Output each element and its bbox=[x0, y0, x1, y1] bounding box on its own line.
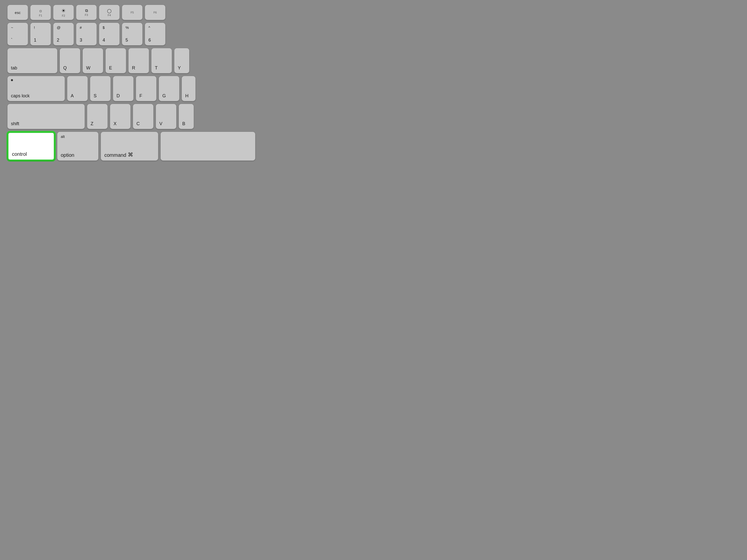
key-r-label: R bbox=[132, 65, 135, 71]
key-shift-label: shift bbox=[11, 121, 19, 127]
key-b[interactable]: B bbox=[179, 104, 194, 129]
key-g[interactable]: G bbox=[159, 76, 179, 101]
key-y[interactable]: Y bbox=[174, 48, 189, 73]
key-f6[interactable]: F6 bbox=[145, 5, 165, 20]
key-f2-label: F2 bbox=[62, 14, 65, 17]
key-a[interactable]: A bbox=[67, 76, 88, 101]
key-2-top: @ bbox=[57, 25, 60, 30]
brightness-up-icon: ☀ bbox=[61, 8, 66, 14]
key-5[interactable]: % 5 bbox=[122, 23, 143, 45]
key-e-label: E bbox=[109, 65, 112, 71]
key-f1[interactable]: ☼ F1 bbox=[30, 5, 51, 20]
key-command[interactable]: command ⌘ bbox=[101, 132, 158, 161]
key-3[interactable]: # 3 bbox=[76, 23, 97, 45]
key-capslock-label: caps lock bbox=[11, 93, 30, 99]
search-icon: ◯ bbox=[107, 8, 111, 13]
key-option-label: option bbox=[61, 152, 74, 158]
key-f4[interactable]: ◯ F4 bbox=[99, 5, 120, 20]
key-g-label: G bbox=[162, 93, 166, 99]
key-backtick-label: ` bbox=[11, 37, 12, 43]
key-f4-label: F4 bbox=[108, 14, 111, 17]
key-x[interactable]: X bbox=[110, 104, 130, 129]
key-5-label: 5 bbox=[126, 37, 128, 43]
qwerty-row: tab Q W E R T Y bbox=[7, 48, 309, 73]
key-f[interactable]: F bbox=[136, 76, 156, 101]
keyboard: esc ☼ F1 ☀ F2 ⧉ F3 ◯ F4 F5 F6 ~ ` bbox=[0, 0, 316, 239]
key-w[interactable]: W bbox=[83, 48, 103, 73]
key-backtick[interactable]: ~ ` bbox=[7, 23, 28, 45]
command-symbol: ⌘ bbox=[128, 152, 133, 158]
key-6-top: ^ bbox=[148, 25, 150, 30]
key-backtick-top: ~ bbox=[11, 25, 13, 30]
key-z-label: Z bbox=[91, 121, 93, 127]
key-d-label: D bbox=[117, 93, 120, 99]
key-v-label: V bbox=[159, 121, 162, 127]
key-t-label: T bbox=[155, 65, 158, 71]
key-s[interactable]: S bbox=[90, 76, 110, 101]
key-shift-left[interactable]: shift bbox=[7, 104, 85, 129]
key-c-label: C bbox=[136, 121, 140, 127]
key-f1-label: F1 bbox=[39, 14, 42, 17]
key-tab-label: tab bbox=[11, 65, 17, 71]
key-4-top: $ bbox=[103, 25, 105, 30]
key-6-label: 6 bbox=[148, 37, 151, 43]
key-d[interactable]: D bbox=[113, 76, 133, 101]
key-1[interactable]: ! 1 bbox=[30, 23, 51, 45]
key-b-label: B bbox=[182, 121, 185, 127]
key-f3-label: F3 bbox=[85, 14, 88, 17]
key-6[interactable]: ^ 6 bbox=[145, 23, 165, 45]
key-t[interactable]: T bbox=[151, 48, 172, 73]
asdf-row: caps lock A S D F G H bbox=[7, 76, 309, 101]
brightness-down-icon: ☼ bbox=[38, 8, 43, 14]
key-f6-label: F6 bbox=[154, 11, 157, 14]
key-y-label: Y bbox=[178, 65, 181, 71]
key-4[interactable]: $ 4 bbox=[99, 23, 120, 45]
key-space[interactable] bbox=[161, 132, 255, 161]
key-s-label: S bbox=[94, 93, 97, 99]
key-z[interactable]: Z bbox=[87, 104, 108, 129]
key-1-top: ! bbox=[34, 25, 35, 30]
key-control-label: control bbox=[12, 151, 27, 157]
key-c[interactable]: C bbox=[133, 104, 153, 129]
key-2-label: 2 bbox=[57, 37, 59, 43]
key-f-label: F bbox=[139, 93, 142, 99]
key-x-label: X bbox=[113, 121, 117, 127]
function-row: esc ☼ F1 ☀ F2 ⧉ F3 ◯ F4 F5 F6 bbox=[7, 5, 309, 20]
key-w-label: W bbox=[86, 65, 91, 71]
key-3-top: # bbox=[80, 25, 82, 30]
mission-control-icon: ⧉ bbox=[85, 8, 88, 13]
capslock-indicator bbox=[11, 79, 13, 81]
key-r[interactable]: R bbox=[128, 48, 149, 73]
key-f5-label: F5 bbox=[131, 11, 134, 14]
key-5-top: % bbox=[126, 25, 129, 30]
key-esc-label: esc bbox=[15, 10, 20, 15]
key-h[interactable]: H bbox=[182, 76, 196, 101]
number-row: ~ ` ! 1 @ 2 # 3 $ 4 % 5 ^ 6 bbox=[7, 23, 309, 45]
key-option[interactable]: alt option bbox=[57, 132, 98, 161]
key-option-top: alt bbox=[61, 134, 65, 139]
zxcv-row: shift Z X C V B bbox=[7, 104, 309, 129]
key-q[interactable]: Q bbox=[60, 48, 80, 73]
key-f3[interactable]: ⧉ F3 bbox=[76, 5, 97, 20]
key-2[interactable]: @ 2 bbox=[53, 23, 74, 45]
key-1-label: 1 bbox=[34, 37, 36, 43]
key-a-label: A bbox=[71, 93, 74, 99]
key-f5[interactable]: F5 bbox=[122, 5, 143, 20]
key-4-label: 4 bbox=[103, 37, 105, 43]
key-capslock[interactable]: caps lock bbox=[7, 76, 65, 101]
key-v[interactable]: V bbox=[156, 104, 176, 129]
key-q-label: Q bbox=[63, 65, 67, 71]
key-h-label: H bbox=[185, 93, 188, 99]
key-control[interactable]: control bbox=[7, 132, 55, 161]
key-command-label: command bbox=[104, 152, 126, 158]
key-f2[interactable]: ☀ F2 bbox=[53, 5, 74, 20]
key-tab[interactable]: tab bbox=[7, 48, 57, 73]
key-e[interactable]: E bbox=[106, 48, 126, 73]
key-esc[interactable]: esc bbox=[7, 5, 28, 20]
key-3-label: 3 bbox=[80, 37, 82, 43]
bottom-row: control alt option command ⌘ bbox=[7, 132, 309, 161]
